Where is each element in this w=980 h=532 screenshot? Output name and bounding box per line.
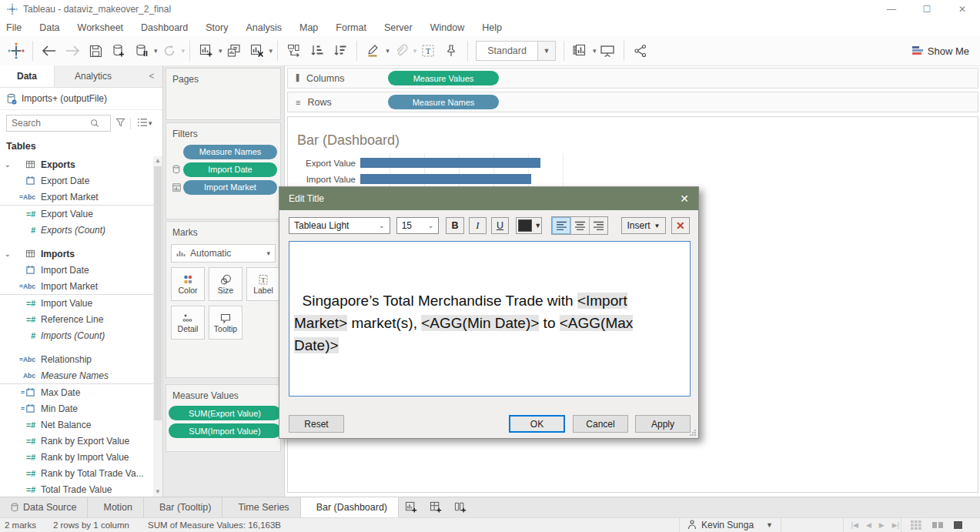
field-row[interactable]: ⌄ Abc Measure Names bbox=[0, 367, 153, 384]
clear-sheet-button[interactable] bbox=[247, 40, 267, 62]
menu-item[interactable]: Map bbox=[299, 22, 318, 33]
font-color-button[interactable]: ▼ bbox=[516, 217, 542, 234]
sort-descending-button[interactable] bbox=[330, 40, 350, 62]
menu-item[interactable]: Analysis bbox=[246, 22, 282, 33]
field-row[interactable]: ⌄ =# Rank by Import Value bbox=[0, 449, 153, 465]
share-workbook-button[interactable] bbox=[630, 40, 651, 62]
field-row[interactable]: ⌄ =# Import Value bbox=[0, 294, 153, 311]
menu-item[interactable]: File bbox=[6, 22, 22, 33]
prev-sheet-icon[interactable]: ◀ bbox=[866, 521, 871, 529]
view-mode-select[interactable]: Standard ▼ bbox=[476, 41, 556, 61]
align-right-button[interactable] bbox=[589, 217, 607, 234]
scroll-up-icon[interactable]: ▲ bbox=[153, 156, 162, 166]
next-sheet-icon[interactable]: ▶ bbox=[879, 521, 885, 529]
menu-item[interactable]: Server bbox=[384, 22, 413, 33]
sort-ascending-button[interactable] bbox=[307, 40, 327, 62]
mark-type-caret-icon[interactable]: ▾ bbox=[266, 249, 270, 257]
field-row[interactable]: ⌄ =Abc Export Market bbox=[0, 189, 153, 205]
run-update-button[interactable] bbox=[159, 40, 179, 62]
datasource-item[interactable]: Imports+ (outputFile) bbox=[0, 88, 162, 110]
sheet-tab[interactable]: Motion bbox=[88, 497, 144, 517]
italic-button[interactable]: I bbox=[469, 217, 487, 234]
new-worksheet-button[interactable] bbox=[196, 40, 216, 62]
mark-property-button[interactable]: T Label bbox=[246, 267, 280, 301]
menu-item[interactable]: Help bbox=[482, 22, 502, 33]
field-row[interactable]: ⌄ =# Export Value bbox=[0, 205, 153, 222]
sheet-tab[interactable]: Data Source bbox=[0, 497, 88, 517]
new-datasource-button[interactable] bbox=[109, 40, 129, 62]
filter-fields-icon[interactable] bbox=[115, 118, 125, 129]
first-sheet-icon[interactable]: |◀ bbox=[851, 521, 858, 529]
scrollbar-thumb[interactable] bbox=[154, 166, 162, 420]
tab-data[interactable]: Data bbox=[0, 65, 55, 87]
field-row[interactable]: ⌄ Imports bbox=[0, 246, 153, 262]
sheet-tab[interactable]: Time Series bbox=[222, 497, 300, 517]
field-row[interactable]: ⌄ =# Total Trade Value bbox=[0, 481, 153, 497]
fix-axes-pin-button[interactable] bbox=[441, 40, 461, 62]
clear-sheet-caret-icon[interactable]: ▾ bbox=[269, 47, 273, 55]
new-worksheet-caret-icon[interactable]: ▾ bbox=[219, 47, 222, 55]
reset-button[interactable]: Reset bbox=[289, 415, 344, 433]
menu-item[interactable]: Format bbox=[336, 22, 366, 33]
presentation-mode-button[interactable] bbox=[597, 40, 617, 62]
search-input[interactable] bbox=[10, 117, 90, 129]
mark-type-select[interactable]: Automatic ▾ bbox=[171, 244, 276, 263]
menu-item[interactable]: Data bbox=[39, 22, 59, 33]
menu-item[interactable]: Window bbox=[430, 22, 464, 33]
close-button[interactable]: ✕ bbox=[945, 0, 980, 18]
measure-value-pill[interactable]: SUM(Import Value) bbox=[169, 423, 281, 438]
cancel-button[interactable]: Cancel bbox=[573, 415, 628, 433]
field-row[interactable]: ⌄ Import Date bbox=[0, 262, 153, 278]
mark-property-button[interactable]: Color bbox=[171, 267, 205, 301]
field-row[interactable]: ⌄ # Imports (Count) bbox=[0, 327, 153, 343]
bold-button[interactable]: B bbox=[446, 217, 463, 234]
apply-button[interactable]: Apply bbox=[635, 415, 691, 433]
dialog-close-icon[interactable]: ✕ bbox=[680, 192, 689, 205]
columns-pill[interactable]: Measure Values bbox=[388, 71, 499, 85]
menu-item[interactable]: Story bbox=[206, 22, 228, 33]
mark-property-button[interactable]: Detail bbox=[171, 306, 205, 340]
undo-button[interactable] bbox=[39, 40, 59, 62]
row-header[interactable]: Import Value bbox=[291, 175, 360, 184]
view-as-list-icon[interactable] bbox=[130, 118, 148, 129]
show-mark-labels-button[interactable] bbox=[570, 40, 590, 62]
worksheet-title[interactable]: Bar (Dashboard) bbox=[288, 117, 978, 149]
new-worksheet-tab-button[interactable] bbox=[399, 497, 423, 517]
format-attachment-button[interactable] bbox=[391, 40, 411, 62]
show-mark-labels-caret-icon[interactable]: ▾ bbox=[593, 47, 597, 55]
dialog-titlebar[interactable]: Edit Title ✕ bbox=[279, 187, 698, 210]
filter-pill[interactable]: Import Date bbox=[183, 162, 277, 177]
view-mode-caret-icon[interactable]: ▼ bbox=[537, 42, 555, 60]
filter-pill[interactable]: Import Market bbox=[183, 180, 277, 195]
pause-auto-updates-button[interactable] bbox=[132, 40, 152, 62]
chevron-down-icon[interactable]: ⌄ bbox=[5, 161, 12, 169]
filter-pill[interactable]: Measure Names bbox=[183, 145, 277, 159]
mark-property-button[interactable]: Tooltip bbox=[209, 306, 242, 340]
show-tabs-icon[interactable] bbox=[911, 520, 921, 530]
highlight-button[interactable] bbox=[363, 40, 383, 62]
field-row[interactable]: ⌄ = Max Date bbox=[0, 384, 153, 400]
measure-value-pill[interactable]: SUM(Export Value) bbox=[169, 406, 281, 420]
swap-rows-columns-button[interactable] bbox=[284, 40, 304, 62]
view-options-caret-icon[interactable]: ▾ bbox=[149, 119, 152, 127]
redo-button[interactable] bbox=[62, 40, 82, 62]
new-story-tab-button[interactable] bbox=[448, 497, 473, 517]
align-center-button[interactable] bbox=[570, 217, 589, 234]
clear-formatting-button[interactable]: ✕ bbox=[671, 217, 690, 234]
mark-property-button[interactable]: Size bbox=[209, 267, 242, 301]
run-update-caret-icon[interactable]: ▾ bbox=[182, 47, 186, 55]
menu-item[interactable]: Dashboard bbox=[141, 22, 188, 33]
row-header[interactable]: Export Value bbox=[291, 159, 360, 168]
chevron-down-icon[interactable]: ⌄ bbox=[5, 250, 12, 258]
show-me-button[interactable]: Show Me bbox=[912, 36, 969, 65]
field-row[interactable]: ⌄ = Min Date bbox=[0, 400, 153, 417]
title-text-editor[interactable]: Singapore’s Total Merchandise Trade with… bbox=[289, 241, 691, 396]
resize-grip[interactable] bbox=[690, 430, 696, 436]
ok-button[interactable]: OK bbox=[509, 415, 565, 433]
last-sheet-icon[interactable]: ▶| bbox=[892, 521, 899, 529]
sidebar-scrollbar[interactable]: ▲ ▼ bbox=[153, 156, 162, 497]
insert-dropdown-button[interactable]: Insert ▼ bbox=[621, 217, 666, 234]
new-dashboard-tab-button[interactable] bbox=[423, 497, 448, 517]
field-row[interactable]: ⌄ =# Net Balance bbox=[0, 417, 153, 433]
rows-shelf[interactable]: ≡ Rows Measure Names bbox=[287, 92, 978, 112]
